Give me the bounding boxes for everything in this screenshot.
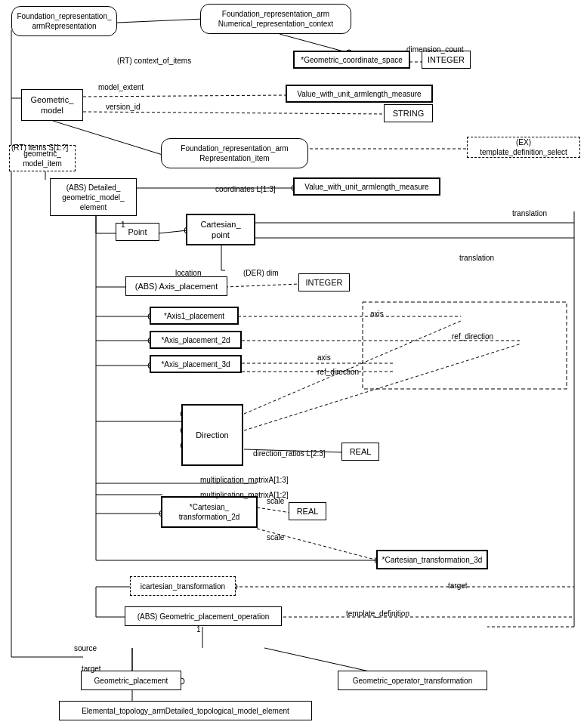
label-axis-top: axis [370, 310, 384, 318]
foundation-rep-item-box: Foundation_representation_armRepresentat… [161, 138, 308, 168]
axis-placement-2d-box: *Axis_placement_2d [150, 331, 242, 349]
label-der-dim: (DER) dim [243, 269, 279, 277]
label-version-id: version_id [106, 103, 141, 111]
svg-rect-74 [363, 302, 567, 389]
cartesian-trans-2d-box: *Cartesian_transformation_2d [161, 496, 258, 528]
svg-line-39 [244, 344, 521, 430]
template-def-select-box: (EX) template_definition_select [467, 137, 580, 158]
label-1-placement: 1 [196, 625, 201, 634]
geo-op-trans-box: Geometric_operator_transformation [338, 671, 487, 690]
label-mult-matrix-top: multiplication_matrixA[1:3] [200, 476, 289, 484]
svg-line-7 [83, 112, 385, 114]
foundation-arm-num-box: Foundation_representation_armNumerical_r… [200, 4, 351, 34]
string-box: STRING [384, 104, 433, 122]
label-target-top: target [448, 581, 468, 590]
label-rt-items: (RT) items S[1:?] [11, 143, 68, 152]
label-source: source [74, 644, 97, 652]
label-location: location [175, 269, 201, 277]
geometric-placement-box: Geometric_placement [81, 671, 181, 690]
svg-line-24 [225, 284, 300, 287]
svg-line-0 [117, 19, 204, 23]
abs-detailed-geo-box: (ABS) Detailed_geometric_model_element [50, 178, 137, 216]
cartesian-trans-3d-box: *Cartesian_transformation_3d [376, 550, 488, 569]
value-unit-length-box-1: Value_with_unit_armlength_measure [286, 85, 433, 103]
abs-geo-placement-box: (ABS) Geometric_placement_operation [125, 606, 282, 626]
abs-axis-placement-box: (ABS) Axis_placement [125, 276, 227, 296]
svg-line-49 [257, 507, 291, 513]
label-model-extent: model_extent [98, 83, 144, 91]
label-1-point: 1 [121, 221, 125, 229]
axis1-placement-box: *Axis1_placement [150, 307, 239, 325]
label-ref-dir-2d: ref_direction [452, 332, 493, 341]
svg-line-6 [83, 95, 287, 97]
diagram-lines [0, 0, 587, 728]
svg-line-16 [159, 230, 187, 233]
label-rt-context: (RT) context_of_items [117, 57, 191, 65]
label-translation-top: translation [512, 209, 547, 217]
real-box-2: REAL [289, 502, 326, 520]
elemental-topo-box: Elemental_topology_armDetailed_topologic… [59, 701, 312, 720]
geometric-coordinate-space-box: *Geometric_coordinate_space [293, 51, 410, 69]
label-scale-top: scale [267, 497, 284, 505]
real-box-1: REAL [341, 443, 379, 461]
label-coordinates: coordinates L[1:3] [215, 185, 276, 193]
label-translation-bot: translation [459, 254, 494, 262]
label-target-bot: target [82, 665, 101, 673]
axis-placement-3d-box: *Axis_placement_3d [150, 355, 242, 373]
geometric-model-box: Geometric_model [21, 89, 83, 121]
label-dim-count: dimension_count [406, 45, 464, 54]
value-unit-length-box-2: Value_with_unit_armlength_measure [293, 177, 440, 196]
label-ref-dir-3d: ref_direction [317, 368, 359, 376]
label-dir-ratios: direction_ratios L[2:3] [253, 449, 326, 458]
cartesian-trans-dashed-box: icartesian_transformation [130, 576, 236, 596]
cartesian-point-box: Cartesian_point [186, 214, 255, 245]
label-axis-3d: axis [317, 353, 331, 362]
foundation-arm-rep-box: Foundation_representation_ armRepresenta… [11, 6, 117, 36]
label-scale-bot: scale [267, 533, 284, 541]
diagram-container: Foundation_representation_ armRepresenta… [0, 0, 587, 728]
direction-box: Direction [181, 404, 243, 466]
integer-box-2: INTEGER [298, 273, 350, 292]
label-template-def: template_definition [346, 609, 409, 618]
